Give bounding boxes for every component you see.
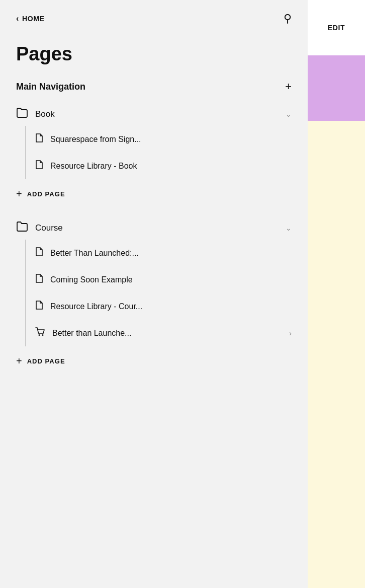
book-folder-name: Book — [35, 109, 55, 119]
book-chevron-down-icon: ⌄ — [286, 110, 292, 118]
svg-point-0 — [39, 334, 40, 336]
better-than-launched-label: Better Than Launched:... — [50, 249, 139, 258]
book-folder: Book ⌄ Squarespace from Sign... — [16, 102, 292, 204]
squarespace-page-label: Squarespace from Sign... — [50, 135, 141, 144]
list-item[interactable]: Better than Launche... › — [26, 320, 292, 346]
list-item[interactable]: Better Than Launched:... — [26, 240, 292, 266]
course-folder-left: Course — [16, 221, 63, 235]
course-folder-toggle[interactable]: Course ⌄ — [16, 216, 292, 240]
back-home-button[interactable]: ‹ HOME — [16, 14, 45, 23]
add-page-course-button[interactable]: + ADD PAGE — [16, 346, 292, 371]
resource-library-book-label: Resource Library - Book — [50, 162, 137, 171]
list-item[interactable]: Resource Library - Cour... — [26, 293, 292, 320]
course-chevron-down-icon: ⌄ — [286, 224, 292, 232]
add-page-course-label: ADD PAGE — [27, 357, 65, 365]
folder-icon — [16, 221, 28, 235]
header: ‹ HOME ⚲ — [0, 0, 308, 33]
svg-point-1 — [42, 334, 44, 336]
search-icon[interactable]: ⚲ — [284, 12, 292, 25]
cart-icon — [35, 327, 45, 339]
chevron-right-icon: › — [289, 329, 292, 337]
right-panel-purple — [308, 55, 365, 121]
page-icon — [35, 273, 43, 286]
add-page-plus-icon: + — [16, 355, 22, 367]
page-icon — [35, 247, 43, 259]
add-page-book-button[interactable]: + ADD PAGE — [16, 179, 292, 204]
course-sub-items: Better Than Launched:... Coming Soon Exa… — [25, 240, 292, 346]
list-item[interactable]: Resource Library - Book — [26, 153, 292, 179]
better-than-launche-label: Better than Launche... — [52, 329, 131, 338]
page-title: Pages — [0, 33, 308, 81]
back-home-label: HOME — [22, 15, 45, 23]
right-panel-top: EDIT — [308, 0, 365, 55]
coming-soon-label: Coming Soon Example — [50, 275, 133, 284]
better-than-launche-left: Better than Launche... — [35, 327, 131, 339]
section-title: Main Navigation — [16, 82, 85, 92]
add-page-book-label: ADD PAGE — [27, 190, 65, 198]
book-sub-items: Squarespace from Sign... Resource Librar… — [25, 126, 292, 179]
book-folder-toggle[interactable]: Book ⌄ — [16, 102, 292, 126]
page-icon — [35, 300, 43, 313]
add-section-icon[interactable]: + — [285, 81, 292, 92]
edit-label[interactable]: EDIT — [328, 24, 345, 32]
book-folder-left: Book — [16, 107, 55, 121]
main-navigation-section: Main Navigation + Book ⌄ — [0, 81, 308, 371]
list-item[interactable]: Squarespace from Sign... — [26, 126, 292, 153]
page-icon — [35, 160, 43, 172]
resource-library-cour-label: Resource Library - Cour... — [50, 302, 142, 311]
course-folder: Course ⌄ Better Than Launched:... — [16, 216, 292, 371]
list-item[interactable]: Coming Soon Example — [26, 266, 292, 293]
folder-icon — [16, 107, 28, 121]
page-icon — [35, 133, 43, 145]
add-page-plus-icon: + — [16, 188, 22, 200]
section-header: Main Navigation + — [16, 81, 292, 92]
back-arrow-icon: ‹ — [16, 14, 19, 23]
right-panel: EDIT — [308, 0, 365, 588]
right-panel-yellow — [308, 121, 365, 588]
course-folder-name: Course — [35, 223, 63, 233]
